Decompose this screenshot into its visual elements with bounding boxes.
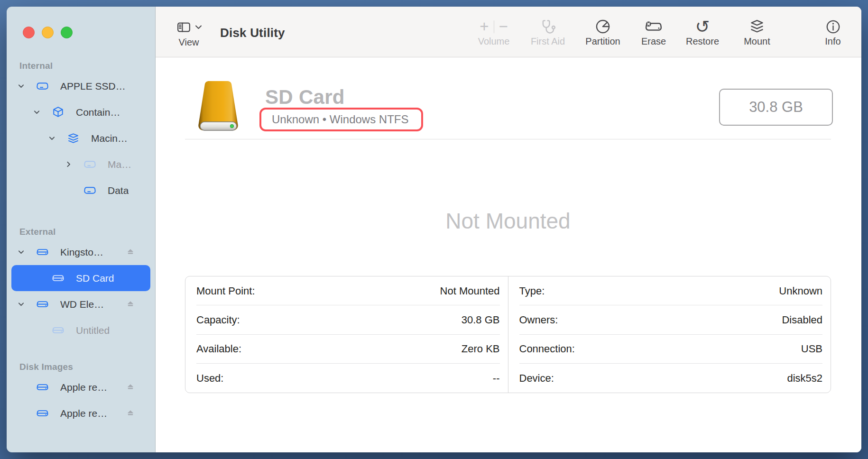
sidebar-item-wd-ele[interactable]: WD Ele… — [11, 291, 150, 317]
toolbar-button-label: First Aid — [531, 36, 565, 47]
main-panel: SD Card Unknown • Windows NTFS 30.8 GB N… — [156, 57, 861, 452]
sidebar-section-header-diskimages: Disk Images — [7, 360, 155, 374]
annotation-highlight-box: Unknown • Windows NTFS — [259, 108, 423, 131]
external-drive-icon — [36, 381, 49, 394]
sidebar-item-data[interactable]: Data — [11, 177, 150, 203]
orange-external-drive-icon — [188, 79, 248, 135]
chevron-right-icon[interactable] — [64, 160, 73, 169]
sidebar-item-contain[interactable]: Contain… — [11, 99, 150, 125]
volume-stack-icon — [66, 132, 80, 145]
eject-button[interactable] — [126, 409, 135, 418]
toolbar-button-label: Info — [825, 36, 840, 47]
detail-value: 30.8 GB — [462, 314, 500, 326]
volume-title: SD Card — [265, 86, 345, 109]
sidebar-item-label: Untitled — [76, 325, 110, 336]
view-button-label: View — [179, 37, 199, 48]
chevron-down-icon[interactable] — [17, 82, 25, 91]
detail-row-device: Device:disk5s2 — [508, 364, 831, 393]
restore-button[interactable]: ↺Restore — [674, 7, 731, 57]
capacity-badge: 30.8 GB — [719, 89, 833, 126]
detail-value: Not Mounted — [440, 285, 500, 297]
chevron-down-icon — [195, 25, 202, 30]
volume-button[interactable]: +−Volume — [465, 7, 522, 57]
detail-value: USB — [801, 343, 822, 355]
content-area: View Disk Utility +−Volume First Aid Par… — [156, 7, 861, 452]
external-drive-icon — [36, 246, 49, 259]
header-divider — [185, 139, 831, 139]
first-aid-button[interactable]: First Aid — [519, 7, 576, 57]
toolbar: View Disk Utility +−Volume First Aid Par… — [156, 7, 861, 57]
detail-row-capacity: Capacity:30.8 GB — [185, 305, 508, 334]
detail-label: Owners: — [519, 314, 558, 326]
sidebar-item-label: Kingsto… — [60, 247, 103, 258]
info-button[interactable]: Info — [804, 7, 861, 57]
sidebar-item-ma[interactable]: Ma… — [11, 151, 150, 177]
internal-drive-icon — [83, 158, 96, 171]
restore-arrow-icon: ↺ — [695, 17, 710, 36]
detail-label: Type: — [519, 285, 545, 297]
external-drive-icon — [51, 324, 65, 337]
detail-value: Unknown — [779, 285, 822, 297]
device-tree: Internal APPLE SSD… Contain… Macin… Ma… … — [7, 7, 155, 452]
chevron-down-icon[interactable] — [17, 248, 25, 257]
sidebar-section-header-internal: Internal — [7, 59, 155, 73]
toolbar-button-label: Volume — [478, 36, 510, 47]
detail-value: -- — [493, 372, 500, 385]
sidebar-item-label: WD Ele… — [60, 299, 104, 310]
toolbar-button-label: Partition — [585, 36, 620, 47]
sidebar-item-apple-ssd[interactable]: APPLE SSD… — [11, 73, 150, 99]
sidebar-item-apple-re[interactable]: Apple re… — [11, 374, 150, 400]
detail-value: Disabled — [782, 314, 822, 326]
internal-drive-icon — [83, 184, 96, 197]
eject-button[interactable] — [126, 300, 135, 309]
external-drive-icon — [36, 298, 49, 311]
erase-drive-icon — [645, 17, 663, 36]
details-table: Mount Point:Not MountedCapacity:30.8 GBA… — [185, 276, 831, 393]
detail-label: Connection: — [519, 343, 575, 355]
eject-button[interactable] — [126, 383, 135, 392]
sidebar-item-label: SD Card — [76, 273, 114, 284]
detail-row-owners: Owners:Disabled — [508, 305, 831, 334]
mount-button[interactable]: Mount — [729, 7, 785, 57]
chevron-down-icon[interactable] — [32, 108, 41, 117]
sidebar-item-kingsto[interactable]: Kingsto… — [11, 239, 150, 265]
sidebar-item-label: Macin… — [91, 133, 128, 144]
sidebar-section-header-external: External — [7, 225, 155, 239]
pie-chart-icon — [594, 17, 611, 36]
sidebar-item-label: Apple re… — [60, 382, 107, 393]
mount-stack-icon — [748, 17, 766, 36]
detail-label: Device: — [519, 372, 554, 385]
external-drive-icon — [36, 407, 49, 420]
plus-minus-icon: +− — [480, 17, 508, 36]
sidebar-item-label: Ma… — [108, 159, 131, 170]
detail-row-type: Type:Unknown — [508, 276, 831, 305]
view-button[interactable]: View — [167, 7, 210, 57]
toolbar-button-label: Mount — [744, 36, 770, 47]
sidebar-item-sd-card[interactable]: SD Card — [11, 265, 150, 291]
sidebar-item-label: Data — [108, 185, 129, 196]
erase-button[interactable]: Erase — [625, 7, 682, 57]
info-circle-icon — [825, 17, 841, 36]
detail-label: Capacity: — [196, 314, 240, 326]
external-drive-icon — [51, 272, 65, 285]
toolbar-button-label: Restore — [686, 36, 719, 47]
chevron-down-icon[interactable] — [47, 134, 56, 143]
detail-row-connection: Connection:USB — [508, 335, 831, 364]
chevron-down-icon[interactable] — [17, 300, 25, 309]
sidebar: Internal APPLE SSD… Contain… Macin… Ma… … — [7, 7, 156, 452]
stethoscope-icon — [539, 17, 557, 36]
detail-row-mount-point: Mount Point:Not Mounted — [185, 276, 508, 305]
not-mounted-status: Not Mounted — [185, 208, 831, 234]
sidebar-item-untitled[interactable]: Untitled — [11, 317, 150, 343]
sidebar-item-macin[interactable]: Macin… — [11, 125, 150, 151]
eject-button[interactable] — [126, 248, 135, 257]
partition-button[interactable]: Partition — [574, 7, 631, 57]
sidebar-item-apple-re[interactable]: Apple re… — [11, 400, 150, 426]
detail-label: Mount Point: — [196, 285, 255, 297]
disk-utility-window: Internal APPLE SSD… Contain… Macin… Ma… … — [7, 7, 861, 452]
sidebar-item-label: APPLE SSD… — [60, 81, 126, 92]
internal-drive-icon — [36, 80, 49, 93]
sidebar-item-label: Contain… — [76, 107, 120, 118]
volume-subtitle: Unknown • Windows NTFS — [261, 113, 408, 126]
container-icon — [51, 106, 65, 119]
